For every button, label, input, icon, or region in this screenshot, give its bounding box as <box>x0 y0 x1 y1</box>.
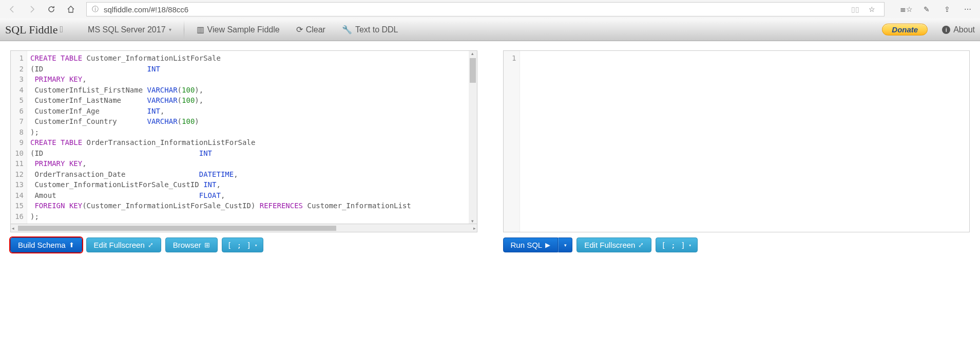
query-terminator-button[interactable]: [ ; ] ▾ <box>656 238 698 252</box>
browser-button[interactable]: Browser ⊞ <box>165 238 218 252</box>
main-area: 12345678910111213141516 CREATE TABLE Cus… <box>0 41 980 262</box>
schema-edit-fullscreen-button[interactable]: Edit Fullscreen ⤢ <box>86 238 161 252</box>
site-info-icon[interactable]: ⓘ <box>92 5 99 14</box>
edit-fullscreen-label: Edit Fullscreen <box>584 241 635 249</box>
terminator-label: [ ; ] <box>661 241 685 249</box>
run-sql-button[interactable]: Run SQL ▶ <box>503 238 559 252</box>
play-icon: ▶ <box>545 241 550 249</box>
nav-divider <box>184 21 184 39</box>
brand-text: SQL Fiddle <box>5 23 57 36</box>
view-sample-label: View Sample Fiddle <box>207 25 280 34</box>
browser-label: Browser <box>173 241 201 249</box>
edit-fullscreen-label: Edit Fullscreen <box>94 241 145 249</box>
arrow-right-icon <box>28 5 36 13</box>
db-type-label: MS SQL Server 2017 <box>88 25 165 34</box>
schema-pane: 12345678910111213141516 CREATE TABLE Cus… <box>10 50 477 252</box>
run-sql-dropdown[interactable]: ▾ <box>558 238 572 252</box>
about-label: About <box>953 25 975 34</box>
expand-icon: ⤢ <box>148 241 153 249</box>
schema-terminator-button[interactable]: [ ; ] ▾ <box>222 238 264 252</box>
arrow-left-icon <box>8 5 16 13</box>
refresh-button[interactable] <box>43 2 60 16</box>
run-sql-label: Run SQL <box>511 241 543 249</box>
favorites-list-icon[interactable]: ≣☆ <box>898 2 914 16</box>
info-icon: i <box>942 26 950 34</box>
forward-button[interactable] <box>24 2 40 16</box>
back-button[interactable] <box>4 2 21 16</box>
upload-icon: ⬆ <box>69 241 74 249</box>
url-text: sqlfiddle.com/#!18/88cc6 <box>104 5 846 14</box>
text-to-ddl-label: Text to DDL <box>355 25 398 34</box>
wrench-icon: 🔧 <box>342 25 352 34</box>
scrollbar-thumb[interactable] <box>18 226 336 231</box>
run-sql-split-button: Run SQL ▶ ▾ <box>503 238 573 252</box>
text-to-ddl[interactable]: 🔧 Text to DDL <box>335 23 406 36</box>
app-navbar: SQL Fiddle 𖤐 MS SQL Server 2017 ▾ ▥ View… <box>0 19 980 41</box>
caret-down-icon: ▾ <box>169 27 171 32</box>
terminator-label: [ ; ] <box>227 241 252 249</box>
caret-down-icon: ▾ <box>564 243 567 248</box>
build-schema-label: Build Schema <box>18 241 66 249</box>
caret-down-icon: ▾ <box>689 243 692 248</box>
brand-logo-icon: 𖤐 <box>60 24 63 35</box>
share-icon[interactable]: ⇪ <box>939 2 955 16</box>
favorite-star-icon[interactable]: ☆ <box>864 5 879 13</box>
schema-code-area[interactable]: CREATE TABLE Customer_InformationListFor… <box>27 51 469 224</box>
home-icon <box>67 5 75 13</box>
clear-label: Clear <box>306 25 325 34</box>
query-edit-fullscreen-button[interactable]: Edit Fullscreen ⤢ <box>577 238 651 252</box>
brand[interactable]: SQL Fiddle 𖤐 <box>5 23 79 36</box>
schema-button-row: Build Schema ⬆ Edit Fullscreen ⤢ Browser… <box>10 238 477 252</box>
expand-icon: ⤢ <box>638 241 644 249</box>
db-type-selector[interactable]: MS SQL Server 2017 ▾ <box>81 23 178 36</box>
query-code-area[interactable] <box>520 51 970 232</box>
more-icon[interactable]: ⋯ <box>959 2 976 16</box>
browser-toolbar: ⓘ sqlfiddle.com/#!18/88cc6 ▯▯ ☆ ≣☆ ✎ ⇪ ⋯ <box>0 0 980 19</box>
query-button-row: Run SQL ▶ ▾ Edit Fullscreen ⤢ [ ; ] ▾ <box>503 238 970 252</box>
scrollbar-thumb[interactable] <box>470 58 476 83</box>
refresh-icon <box>47 5 55 13</box>
schema-editor[interactable]: 12345678910111213141516 CREATE TABLE Cus… <box>10 50 477 224</box>
clear-button[interactable]: ⟳ Clear <box>289 23 333 36</box>
refresh-icon: ⟳ <box>296 25 303 34</box>
schema-line-gutter: 12345678910111213141516 <box>11 51 27 224</box>
address-bar[interactable]: ⓘ sqlfiddle.com/#!18/88cc6 ▯▯ ☆ <box>86 2 885 16</box>
query-pane: 1 Run SQL ▶ ▾ Edit Fullscreen ⤢ [ ; ] ▾ <box>503 50 970 252</box>
donate-label: Donate <box>892 25 918 34</box>
reading-view-icon[interactable]: ▯▯ <box>851 5 859 13</box>
home-button[interactable] <box>63 2 79 16</box>
schema-scrollbar-horizontal[interactable] <box>10 224 477 232</box>
window-icon: ▥ <box>197 25 204 34</box>
schema-scrollbar-vertical[interactable] <box>469 51 477 224</box>
query-editor[interactable]: 1 <box>503 50 970 232</box>
notes-icon[interactable]: ✎ <box>918 2 935 16</box>
view-sample-fiddle[interactable]: ▥ View Sample Fiddle <box>189 23 287 36</box>
build-schema-button[interactable]: Build Schema ⬆ <box>10 238 82 252</box>
about-link[interactable]: i About <box>930 25 975 34</box>
donate-button[interactable]: Donate <box>882 24 928 35</box>
tree-icon: ⊞ <box>204 241 210 249</box>
query-line-gutter: 1 <box>504 51 520 232</box>
caret-down-icon: ▾ <box>255 243 258 248</box>
